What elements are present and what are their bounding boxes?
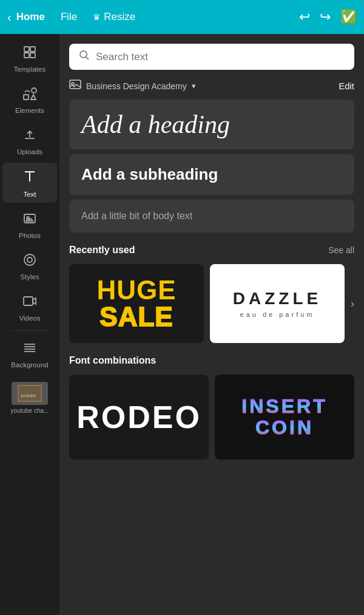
svg-rect-5 — [24, 95, 29, 100]
font-combinations-header: Font combinations — [69, 355, 354, 366]
redo-icon[interactable]: ↪ — [320, 9, 331, 25]
svg-point-10 — [27, 257, 32, 262]
huge-sale-card[interactable]: HUGE SALE — [69, 264, 204, 343]
back-icon[interactable]: ‹ — [7, 10, 12, 24]
photos-label: Photos — [19, 232, 41, 239]
sidebar-item-templates[interactable]: Templates — [2, 39, 57, 78]
svg-rect-3 — [30, 53, 35, 58]
recently-used-title: Recently used — [69, 245, 135, 256]
resize-label: Resize — [104, 11, 135, 23]
font-combinations-title: Font combinations — [69, 355, 156, 366]
see-all-button[interactable]: See all — [328, 245, 354, 255]
svg-rect-2 — [24, 53, 29, 58]
edit-button[interactable]: Edit — [339, 81, 354, 91]
sidebar: Templates Elements Uploads — [0, 34, 59, 615]
crown-icon: ♛ — [93, 12, 101, 22]
sale-text: SALE — [99, 304, 173, 330]
home-label: Home — [16, 11, 45, 23]
sidebar-divider — [12, 330, 48, 331]
next-templates-icon[interactable]: › — [351, 297, 354, 310]
dazzle-card[interactable]: DAZZLE eau de parfum — [210, 264, 345, 343]
brand-name: Business Design Academy — [86, 81, 187, 91]
sidebar-item-videos[interactable]: Videos — [2, 288, 57, 327]
brand-icon — [69, 80, 81, 92]
rodeo-text: RODEO — [76, 399, 201, 435]
search-input[interactable] — [96, 51, 345, 63]
photos-icon — [22, 211, 37, 229]
svg-rect-1 — [30, 47, 35, 52]
templates-label: Templates — [14, 66, 46, 73]
svg-rect-11 — [24, 297, 33, 305]
styles-label: Styles — [20, 273, 39, 280]
search-icon — [79, 50, 90, 64]
font-combo-row: RODEO INSERT COIN — [69, 375, 354, 460]
undo-icon[interactable]: ↩ — [299, 9, 310, 25]
svg-line-20 — [86, 57, 89, 60]
recently-used-header: Recently used See all — [69, 245, 354, 256]
body-text: Add a little bit of body text — [81, 211, 192, 221]
youtube-label: youtube cha... — [11, 407, 49, 414]
file-button[interactable]: File — [61, 11, 77, 23]
dazzle-main-text: DAZZLE — [233, 289, 322, 308]
sidebar-item-background[interactable]: Background — [2, 335, 57, 373]
sidebar-item-elements[interactable]: Elements — [2, 80, 57, 119]
sidebar-item-photos[interactable]: Photos — [2, 205, 57, 244]
uploads-label: Uploads — [17, 148, 42, 155]
sidebar-item-styles[interactable]: Styles — [2, 246, 57, 285]
top-nav: ‹ Home File ♛ Resize ↩ ↪ ✅ — [0, 0, 364, 34]
body-text-card[interactable]: Add a little bit of body text — [69, 200, 354, 233]
brand-selector[interactable]: Business Design Academy ▾ — [69, 80, 196, 92]
resize-button[interactable]: ♛ Resize — [93, 11, 135, 23]
brand-chevron-icon: ▾ — [192, 81, 196, 90]
huge-text: HUGE — [96, 277, 176, 304]
videos-icon — [22, 294, 37, 312]
rodeo-card[interactable]: RODEO — [69, 375, 209, 460]
sidebar-item-text[interactable]: Text — [2, 163, 57, 203]
text-label: Text — [23, 191, 36, 198]
sidebar-item-youtube[interactable]: youtube youtube cha... — [2, 376, 57, 419]
background-icon — [22, 341, 37, 359]
insert-text: INSERT — [241, 396, 327, 417]
dazzle-sub-text: eau de parfum — [240, 311, 315, 318]
recently-used-row: HUGE SALE DAZZLE eau de parfum › — [69, 264, 354, 343]
templates-icon — [22, 45, 37, 63]
sidebar-item-uploads[interactable]: Uploads — [2, 121, 57, 160]
checkmark-icon[interactable]: ✅ — [340, 9, 357, 25]
search-bar[interactable] — [69, 44, 354, 70]
text-icon — [22, 169, 37, 188]
svg-marker-6 — [31, 95, 36, 100]
videos-label: Videos — [19, 314, 41, 322]
background-label: Background — [11, 361, 48, 369]
main-layout: Templates Elements Uploads — [0, 34, 364, 615]
youtube-thumb: youtube — [12, 382, 48, 405]
home-button[interactable]: Home — [16, 11, 45, 23]
svg-point-19 — [80, 51, 87, 58]
uploads-icon — [22, 127, 37, 146]
subheading-text: Add a subheading — [81, 165, 218, 183]
svg-point-9 — [24, 254, 35, 265]
heading-card[interactable]: Add a heading — [69, 100, 354, 149]
heading-text: Add a heading — [81, 110, 230, 138]
svg-point-4 — [32, 88, 36, 93]
nav-actions: ↩ ↪ ✅ — [299, 9, 357, 25]
coin-text: COIN — [255, 417, 314, 438]
elements-icon — [22, 86, 38, 104]
insert-coin-card[interactable]: INSERT COIN — [215, 375, 354, 460]
brand-row: Business Design Academy ▾ Edit — [69, 80, 354, 92]
content-area: Business Design Academy ▾ Edit Add a hea… — [59, 34, 364, 615]
subheading-card[interactable]: Add a subheading — [69, 154, 354, 195]
svg-text:youtube: youtube — [21, 393, 36, 398]
svg-rect-0 — [24, 47, 29, 52]
styles-icon — [22, 253, 37, 271]
elements-label: Elements — [15, 107, 44, 114]
